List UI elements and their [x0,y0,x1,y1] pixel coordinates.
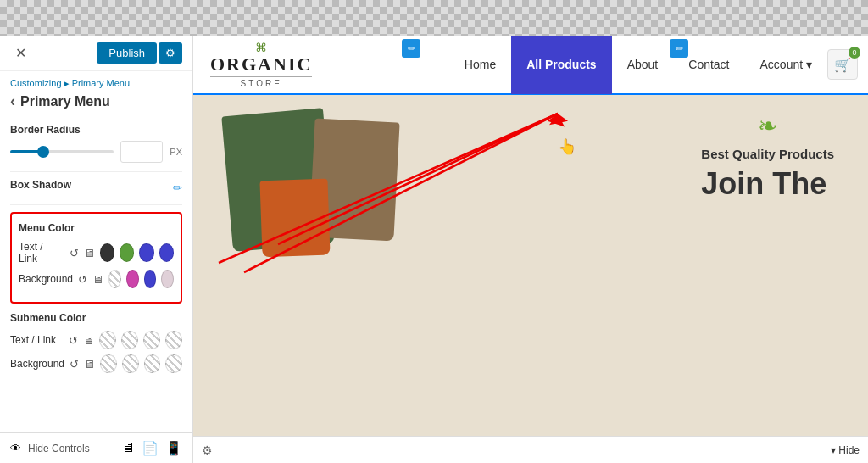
color-swatch-sbg-3[interactable] [144,354,161,373]
color-swatch-stl-4[interactable] [165,331,182,349]
close-button[interactable]: ✕ [10,43,31,64]
nav-item-account[interactable]: Account ▾ [745,36,827,94]
hide-button[interactable]: ▾ Hide [831,444,860,456]
cart-badge: 0 [849,47,860,59]
back-button[interactable]: ‹ [10,92,15,110]
submenu-text-link-label: Text / Link [10,334,64,346]
reset-icon-stl[interactable]: ↺ [69,334,78,347]
quality-title: Best Quality Products [701,147,834,161]
checker-background [0,0,868,36]
submenu-color-label: Submenu Color [10,312,182,324]
panel-footer: 👁 Hide Controls 🖥 📄 📱 [0,432,192,463]
publish-button[interactable]: Publish [97,42,157,64]
edit-logo-icon[interactable]: ✏ [402,39,420,58]
gear-button[interactable]: ⚙ [159,42,182,64]
logo-main-text: ORGANIC [210,54,312,75]
product-bags [210,103,448,256]
hide-controls-button[interactable]: Hide Controls [28,443,90,455]
hide-controls-icon: 👁 [10,442,21,455]
tablet-view-icon[interactable]: 📄 [142,440,159,456]
color-swatch-tl-2[interactable] [120,243,134,262]
submenu-text-link-row: Text / Link ↺ 🖥 [10,331,182,349]
submenu-color-section: Submenu Color Text / Link ↺ 🖥 Background… [10,312,182,373]
color-swatch-sbg-2[interactable] [122,354,139,373]
device-icon-stl[interactable]: 🖥 [83,334,94,347]
color-swatch-stl-2[interactable] [121,331,138,349]
leaf-decoration: ❧ [701,112,834,140]
color-swatch-tl-4[interactable] [159,243,174,262]
mobile-view-icon[interactable]: 📱 [165,440,182,456]
breadcrumb: Customizing ▸ Primary Menu [0,71,192,92]
box-shadow-edit-icon[interactable]: ✏ [173,181,182,194]
submenu-background-row: Background ↺ 🖥 [10,354,182,373]
px-unit-label: PX [170,147,182,157]
box-shadow-row: Box Shadow ✏ [10,179,182,196]
preview-header: ✏ ✏ ⌘ ORGANIC STORE Home All Products Ab… [193,36,868,95]
background-row: Background ↺ 🖥 [19,270,174,288]
hand-cursor-icon: 👆 [558,138,576,155]
nav-item-about[interactable]: About [612,36,674,94]
preview-area: ✏ ✏ ⌘ ORGANIC STORE Home All Products Ab… [193,36,868,463]
color-swatch-bg-2[interactable] [126,270,139,288]
preview-footer: ⚙ ▾ Hide [193,436,868,463]
color-swatch-sbg-1[interactable] [100,354,117,373]
border-radius-slider[interactable] [10,150,114,153]
reset-icon-tl[interactable]: ↺ [70,247,79,259]
section-title-row: ‹ Primary Menu [0,92,192,117]
right-content: ❧ Best Quality Products Join The [701,112,834,202]
device-icon-bg[interactable]: 🖥 [92,273,103,286]
color-swatch-tl-1[interactable] [100,243,114,262]
color-swatch-sbg-4[interactable] [165,354,182,373]
border-radius-control: PX [10,141,182,163]
reset-icon-sbg[interactable]: ↺ [70,358,79,371]
color-swatch-stl-1[interactable] [99,331,116,349]
cursor: 👆 [558,137,576,156]
color-swatch-bg-1[interactable] [108,270,121,288]
cart-icon[interactable]: 🛒 0 [827,49,858,80]
nav-item-all-products[interactable]: All Products [511,36,611,94]
logo-area: ⌘ ORGANIC STORE [193,41,329,88]
preview-body: ❧ Best Quality Products Join The [193,95,868,436]
svg-marker-1 [549,114,568,125]
logo-sub-text: STORE [210,76,312,88]
text-link-label: Text / Link [19,241,64,265]
desktop-view-icon[interactable]: 🖥 [121,440,135,456]
breadcrumb-text: Customizing ▸ Primary Menu [10,78,182,89]
border-radius-input[interactable] [120,141,163,163]
bag-orange [259,179,330,258]
menu-color-section: Menu Color Text / Link ↺ 🖥 Background ↺ … [10,212,182,304]
text-link-row: Text / Link ↺ 🖥 [19,241,174,265]
nav-menu: Home All Products About Contact Account … [449,36,868,94]
menu-color-label: Menu Color [19,222,174,234]
join-title: Join The [701,166,834,202]
reset-icon-bg[interactable]: ↺ [78,273,87,286]
panel-content: Border Radius PX Box Shadow ✏ Menu Color… [0,117,192,432]
color-swatch-tl-3[interactable] [139,243,153,262]
nav-item-home[interactable]: Home [449,36,511,94]
preview-image: ❧ Best Quality Products Join The [193,95,868,436]
section-title-text: Primary Menu [20,94,110,109]
view-icons: 🖥 📄 📱 [121,440,182,456]
customizer-panel: ✕ Publish ⚙ Customizing ▸ Primary Menu ‹… [0,36,193,463]
logo-leaf: ⌘ [210,41,312,54]
color-swatch-bg-4[interactable] [161,270,174,288]
device-icon-sbg[interactable]: 🖥 [84,358,95,371]
edit-nav-icon[interactable]: ✏ [670,39,688,58]
background-label: Background [19,273,73,285]
submenu-background-label: Background [10,358,64,370]
footer-gear-icon[interactable]: ⚙ [202,443,213,457]
color-swatch-stl-3[interactable] [143,331,160,349]
panel-header: ✕ Publish ⚙ [0,36,192,71]
svg-marker-3 [548,114,565,126]
border-radius-label: Border Radius [10,124,182,136]
box-shadow-label: Box Shadow [10,179,71,191]
color-swatch-bg-3[interactable] [144,270,157,288]
device-icon-tl[interactable]: 🖥 [84,247,95,259]
